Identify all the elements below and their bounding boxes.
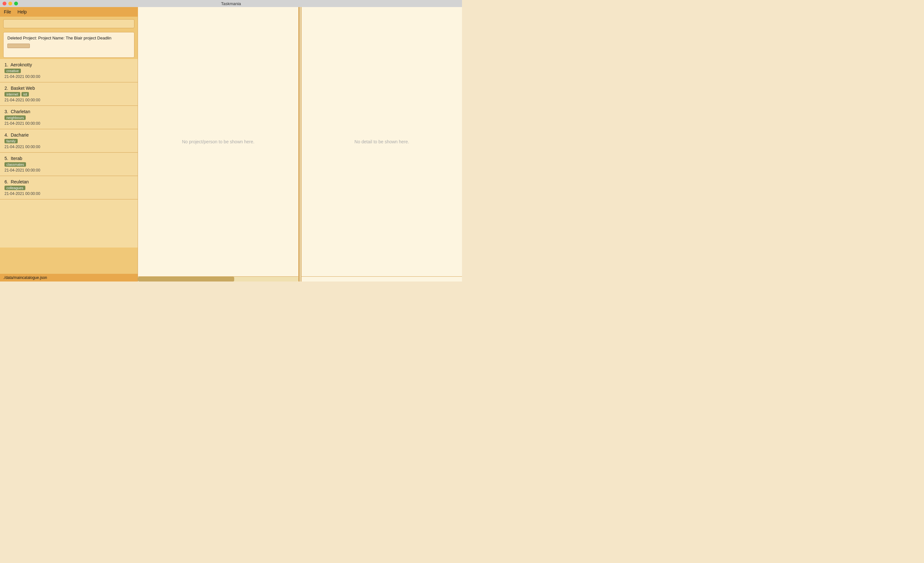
right-panel: No detail to be shown here.	[302, 7, 462, 282]
scrollbar-thumb[interactable]	[138, 277, 234, 282]
close-button[interactable]	[3, 1, 6, 6]
project-date: 21-04-2021 00:00:00	[4, 121, 133, 126]
deleted-notice-text: Deleted Project: Project Name: The Blair…	[8, 36, 130, 40]
panel-divider[interactable]	[299, 7, 302, 282]
project-name: 3. Charletan	[4, 109, 133, 114]
tag: neighbours	[4, 115, 26, 120]
menu-help[interactable]: Help	[18, 9, 27, 14]
deleted-progress-bar	[8, 43, 30, 48]
project-item[interactable]: 1. Aeroknotty creative 21-04-2021 00:00:…	[0, 59, 138, 82]
project-item[interactable]: 5. Iterab classmates 21-04-2021 00:00:00	[0, 153, 138, 176]
menubar: File Help	[0, 7, 138, 16]
window-title: Taskmania	[221, 1, 241, 6]
traffic-lights	[3, 1, 18, 6]
titlebar: Taskmania	[0, 0, 462, 7]
deleted-notice: Deleted Project: Project Name: The Blair…	[3, 32, 134, 58]
tag: family	[4, 139, 18, 143]
middle-panel: No project/person to be shown here.	[138, 7, 299, 282]
search-input[interactable]	[3, 19, 134, 28]
tag: creative	[4, 69, 21, 73]
project-tags: creative	[4, 69, 133, 73]
status-bar: ./data/maincatalogue.json	[0, 274, 138, 282]
project-date: 21-04-2021 00:00:00	[4, 98, 133, 102]
project-date: 21-04-2021 00:00:00	[4, 192, 133, 196]
project-tags: family	[4, 139, 133, 143]
project-name: 6. Reuletan	[4, 179, 133, 184]
left-panel: File Help Deleted Project: Project Name:…	[0, 7, 138, 282]
project-item[interactable]: 2. Basket Web internet iot 21-04-2021 00…	[0, 82, 138, 106]
project-tags: internet iot	[4, 92, 133, 96]
project-date: 21-04-2021 00:00:00	[4, 168, 133, 172]
search-bar-container	[0, 16, 138, 31]
app-container: File Help Deleted Project: Project Name:…	[0, 7, 462, 282]
project-tags: classmates	[4, 162, 133, 167]
tag: iot	[21, 92, 29, 96]
project-date: 21-04-2021 00:00:00	[4, 145, 133, 149]
menu-file[interactable]: File	[4, 9, 11, 14]
project-tags: neighbours	[4, 115, 133, 120]
project-list-empty-area	[0, 199, 138, 247]
project-name: 1. Aeroknotty	[4, 62, 133, 67]
project-item[interactable]: 3. Charletan neighbours 21-04-2021 00:00…	[0, 106, 138, 129]
right-content: No detail to be shown here.	[302, 7, 462, 276]
project-item[interactable]: 4. Dacharie family 21-04-2021 00:00:00	[0, 129, 138, 153]
project-name: 4. Dacharie	[4, 132, 133, 138]
maximize-button[interactable]	[14, 1, 18, 6]
right-statusbar	[302, 276, 462, 282]
project-list: 1. Aeroknotty creative 21-04-2021 00:00:…	[0, 59, 138, 274]
horizontal-scrollbar[interactable]	[138, 277, 298, 282]
middle-content: No project/person to be shown here.	[138, 7, 298, 276]
tag: classmates	[4, 162, 26, 167]
project-name: 2. Basket Web	[4, 85, 133, 91]
project-name: 5. Iterab	[4, 156, 133, 161]
right-empty-message: No detail to be shown here.	[354, 139, 409, 144]
tag: internet	[4, 92, 20, 96]
status-path: ./data/maincatalogue.json	[3, 276, 47, 280]
middle-empty-message: No project/person to be shown here.	[182, 139, 254, 144]
project-tags: colleagues	[4, 186, 133, 190]
project-date: 21-04-2021 00:00:00	[4, 74, 133, 79]
middle-statusbar	[138, 276, 298, 282]
tag: colleagues	[4, 186, 26, 190]
project-item[interactable]: 6. Reuletan colleagues 21-04-2021 00:00:…	[0, 176, 138, 199]
minimize-button[interactable]	[8, 1, 12, 6]
